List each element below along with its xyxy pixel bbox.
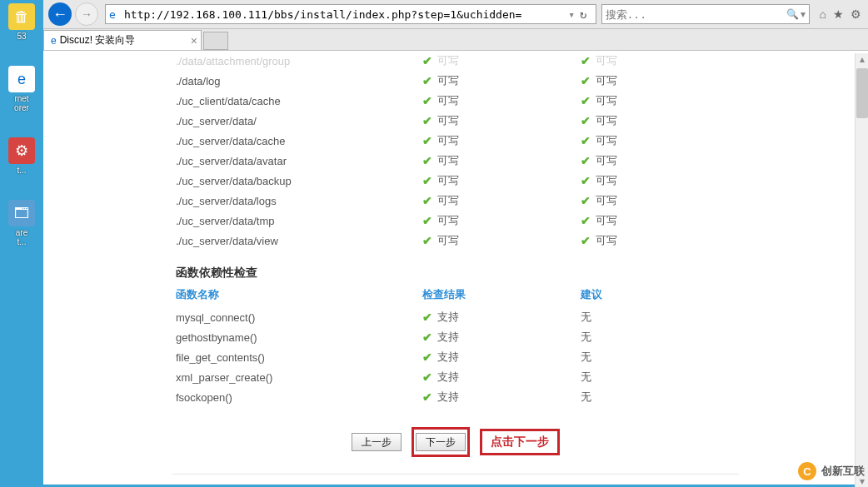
check-icon: ✔	[422, 214, 432, 227]
tab-discuz[interactable]: e Discuz! 安装向导 ×	[43, 30, 202, 50]
status-cell: ✔可写	[581, 73, 706, 88]
scroll-thumb[interactable]	[856, 68, 868, 118]
func-name-cell: file_get_contents()	[172, 351, 422, 364]
check-icon: ✔	[422, 194, 432, 207]
function-check-list: mysql_connect()✔支持无gethostbyname()✔支持无fi…	[172, 307, 739, 407]
status-cell: ✔可写	[422, 173, 581, 188]
check-icon: ✔	[422, 94, 432, 107]
status-cell: ✔可写	[422, 113, 581, 128]
button-row: 上一步 下一步 点击下一步	[172, 427, 739, 457]
status-cell: ✔可写	[581, 233, 706, 248]
check-icon: ✔	[422, 311, 432, 324]
dropdown-icon[interactable]: ▾	[568, 8, 575, 21]
result-cell: ✔支持	[422, 370, 581, 385]
close-icon[interactable]: ×	[191, 34, 197, 47]
path-cell: ./uc_server/data/avatar	[172, 155, 422, 167]
table-row: file_get_contents()✔支持无	[172, 347, 739, 367]
table-row: ./uc_server/data/avatar✔可写✔可写	[172, 151, 739, 171]
status-cell: ✔可写	[581, 133, 706, 148]
check-icon: ✔	[581, 234, 591, 247]
desktop-icon[interactable]: 🗑53	[3, 3, 40, 41]
tools-icon[interactable]: ⚙	[851, 7, 861, 21]
address-bar[interactable]: e http://192.168.100.111/bbs/install/ind…	[105, 4, 596, 24]
check-icon: ✔	[581, 54, 591, 67]
desktop-icon[interactable]: 🗔aret...	[3, 200, 40, 246]
path-cell: ./uc_server/data/cache	[172, 135, 422, 147]
watermark-text: 创新互联	[821, 464, 865, 479]
check-icon: ✔	[581, 194, 591, 207]
result-cell: ✔支持	[422, 390, 581, 405]
table-row: ./uc_server/data/backup✔可写✔可写	[172, 171, 739, 191]
table-row: gethostbyname()✔支持无	[172, 327, 739, 347]
tab-title: Discuz! 安装向导	[60, 33, 136, 47]
prev-button[interactable]: 上一步	[352, 433, 402, 451]
status-cell: ✔可写	[581, 153, 706, 168]
header-suggest: 建议	[581, 287, 706, 302]
table-row: ./data/log✔可写✔可写	[172, 71, 739, 91]
status-cell: ✔可写	[422, 153, 581, 168]
check-icon: ✔	[422, 54, 432, 67]
func-name-cell: gethostbyname()	[172, 331, 422, 344]
suggest-cell: 无	[581, 330, 706, 345]
status-cell: ✔可写	[581, 193, 706, 208]
search-bar[interactable]: 🔍 ▾	[601, 4, 810, 24]
refresh-icon[interactable]: ↻	[575, 7, 591, 21]
desktop-icon-ie[interactable]: ernetorer	[3, 66, 40, 112]
scrollbar[interactable]: ▴ ▾	[855, 53, 868, 487]
new-tab-button[interactable]	[203, 32, 228, 50]
section-title-functions: 函数依赖性检查	[176, 266, 739, 281]
table-row: ./uc_server/data/logs✔可写✔可写	[172, 191, 739, 211]
table-row: xml_parser_create()✔支持无	[172, 367, 739, 387]
table-row: ./uc_server/data/cache✔可写✔可写	[172, 131, 739, 151]
check-icon: ✔	[581, 94, 591, 107]
result-cell: ✔支持	[422, 350, 581, 365]
check-icon: ✔	[422, 134, 432, 147]
suggest-cell: 无	[581, 370, 706, 385]
path-cell: ./uc_server/data/view	[172, 235, 422, 247]
suggest-cell: 无	[581, 350, 706, 365]
table-row: ./uc_server/data/view✔可写✔可写	[172, 231, 739, 251]
next-button-highlight: 下一步	[412, 427, 470, 457]
favorites-icon[interactable]: ★	[833, 7, 844, 21]
check-icon: ✔	[422, 174, 432, 187]
table-row: ./uc_client/data/cache✔可写✔可写	[172, 91, 739, 111]
func-name-cell: mysql_connect()	[172, 311, 422, 324]
check-icon: ✔	[422, 330, 432, 344]
func-table-header: 函数名称 检查结果 建议	[172, 287, 739, 302]
ie-icon: e	[51, 35, 57, 47]
search-icon[interactable]: 🔍	[786, 8, 799, 20]
next-button[interactable]: 下一步	[416, 433, 466, 451]
back-button[interactable]: ←	[48, 2, 72, 26]
url-text: http://192.168.100.111/bbs/install/index…	[124, 8, 521, 21]
status-cell: ✔可写	[422, 193, 581, 208]
table-row: ./uc_server/data/✔可写✔可写	[172, 111, 739, 131]
status-cell: ✔可写	[581, 113, 706, 128]
directory-check-list: ./data/attachment/group✔可写✔可写./data/log✔…	[172, 51, 739, 251]
func-name-cell: xml_parser_create()	[172, 371, 422, 384]
home-icon[interactable]: ⌂	[820, 7, 826, 21]
path-cell: ./data/attachment/group	[172, 55, 422, 67]
page-content: ./data/attachment/group✔可写✔可写./data/log✔…	[43, 51, 868, 485]
status-cell: ✔可写	[422, 73, 581, 88]
status-cell: ✔可写	[422, 213, 581, 228]
path-cell: ./uc_client/data/cache	[172, 95, 422, 107]
forward-button[interactable]: →	[75, 2, 98, 26]
check-icon: ✔	[581, 134, 591, 147]
result-cell: ✔支持	[422, 330, 581, 345]
scroll-up-icon[interactable]: ▴	[856, 53, 868, 65]
table-row: fsockopen()✔支持无	[172, 387, 739, 407]
browser-toolbar: ← → e http://192.168.100.111/bbs/install…	[43, 0, 868, 29]
table-row: ./uc_server/data/tmp✔可写✔可写	[172, 211, 739, 231]
watermark-icon: C	[796, 460, 818, 482]
status-cell: ✔可写	[422, 233, 581, 248]
search-input[interactable]	[606, 8, 786, 21]
status-cell: ✔可写	[422, 93, 581, 108]
check-icon: ✔	[422, 154, 432, 167]
status-cell: ✔可写	[422, 53, 581, 68]
search-dropdown-icon[interactable]: ▾	[801, 8, 806, 20]
separator	[172, 474, 739, 475]
path-cell: ./uc_server/data/logs	[172, 195, 422, 207]
status-cell: ✔可写	[581, 213, 706, 228]
hint-box: 点击下一步	[480, 429, 560, 455]
desktop-icon[interactable]: ⚙t...	[3, 137, 40, 175]
